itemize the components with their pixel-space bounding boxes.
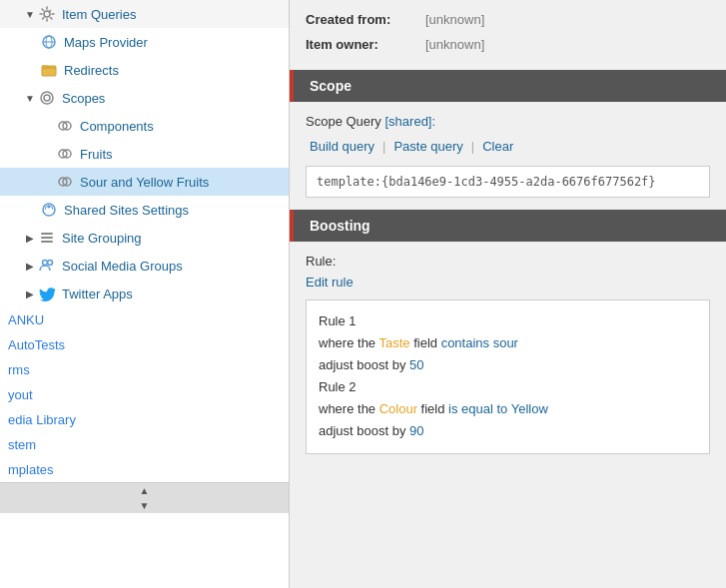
sidebar-item-maps-provider[interactable]: Maps Provider — [0, 28, 289, 56]
boosting-title: Boosting — [310, 218, 370, 234]
scroll-down-icon[interactable]: ▼ — [138, 498, 152, 513]
globe-icon — [40, 33, 58, 51]
scope-actions: Build query | Paste query | Clear — [306, 137, 710, 156]
arrow-down-icon: ▼ — [24, 9, 36, 20]
rings-icon3 — [56, 173, 74, 191]
sidebar-item-label: Components — [80, 119, 154, 134]
arrow-right-icon3: ▶ — [24, 289, 36, 299]
rule2-number: 90 — [409, 423, 423, 438]
rule2-condition: is equal to Yellow — [448, 401, 548, 416]
scope-header: Scope — [290, 70, 726, 102]
rule1-field: Taste — [378, 335, 409, 350]
rule2-title: Rule 2 — [319, 379, 357, 394]
sidebar-item-social-media[interactable]: ▶ Social Media Groups — [0, 252, 289, 280]
arrow-right-icon2: ▶ — [24, 261, 36, 272]
info-section: Created from: [unknown] Item owner: [unk… — [290, 0, 726, 70]
arrow-down-icon2: ▼ — [24, 93, 36, 104]
sidebar-item-twitter-apps[interactable]: ▶ Twitter Apps — [0, 280, 289, 307]
sidebar-item-label: Social Media Groups — [62, 259, 183, 274]
sidebar-plain-yout[interactable]: yout — [0, 382, 289, 407]
sidebar-item-label: Sour and Yellow Fruits — [80, 175, 209, 190]
sidebar-item-components[interactable]: Components — [0, 112, 289, 140]
created-from-label: Created from: — [306, 12, 425, 27]
sidebar-item-site-grouping[interactable]: ▶ Site Grouping — [0, 224, 289, 252]
sidebar-plain-rms[interactable]: rms — [0, 357, 289, 382]
rule1-text1: where the — [319, 335, 378, 350]
item-owner-value: [unknown] — [425, 37, 484, 52]
rule2-adjust-text: adjust boost by — [319, 423, 409, 438]
svg-rect-15 — [41, 233, 53, 235]
sidebar-plain-stem[interactable]: stem — [0, 432, 289, 457]
sep1: | — [382, 139, 385, 154]
rule1-number: 50 — [409, 357, 423, 372]
scope-query-text: Scope Query — [306, 114, 381, 129]
sidebar-item-label: Redirects — [64, 63, 119, 78]
scopes-icon — [38, 89, 56, 107]
item-owner-label: Item owner: — [306, 37, 425, 52]
svg-point-14 — [48, 206, 51, 209]
build-query-link[interactable]: Build query — [306, 137, 378, 156]
folder-icon — [40, 61, 58, 79]
rules-box: Rule 1 where the Taste field contains so… — [306, 299, 710, 454]
scope-template-value: template:{bda146e9-1cd3-4955-a2da-6676f6… — [306, 166, 710, 198]
sidebar-item-fruits[interactable]: Fruits — [0, 140, 289, 168]
sidebar-item-label: Fruits — [80, 147, 113, 162]
sidebar-item-label: Item Queries — [62, 7, 136, 22]
svg-point-5 — [41, 92, 53, 104]
sidebar-plain-anku[interactable]: ANKU — [0, 307, 289, 332]
created-from-value: [unknown] — [425, 12, 484, 27]
rule1-adjust-line: adjust boost by 50 — [319, 354, 697, 376]
sidebar-item-sour-yellow-fruits[interactable]: Sour and Yellow Fruits — [0, 168, 289, 196]
edit-rule-link[interactable]: Edit rule — [306, 275, 354, 290]
scope-section: Scope Query [shared]: Build query | Past… — [290, 102, 726, 210]
sidebar-item-label: Shared Sites Settings — [64, 203, 189, 218]
shared-sites-icon — [40, 201, 58, 219]
list-icon — [38, 229, 56, 247]
svg-point-6 — [44, 95, 50, 101]
item-owner-row: Item owner: [unknown] — [306, 37, 710, 52]
rule2-adjust-line: adjust boost by 90 — [319, 420, 697, 442]
svg-rect-17 — [41, 241, 53, 243]
rule1-title: Rule 1 — [319, 313, 357, 328]
sidebar-plain-media-library[interactable]: edia Library — [0, 407, 289, 432]
rule1-title-line: Rule 1 — [319, 310, 697, 332]
arrow-right-icon: ▶ — [24, 233, 36, 244]
sep2: | — [471, 139, 474, 154]
rule1-condition: contains sour — [441, 335, 518, 350]
sidebar-item-shared-sites[interactable]: Shared Sites Settings — [0, 196, 289, 224]
rule2-title-line: Rule 2 — [319, 376, 697, 398]
svg-point-19 — [48, 261, 53, 266]
svg-rect-16 — [41, 237, 53, 239]
rule2-text1: where the — [319, 401, 379, 416]
sidebar: ▼ Item Queries Maps Provider — [0, 0, 290, 588]
sidebar-item-scopes[interactable]: ▼ Scopes — [0, 84, 289, 112]
rule2-detail-line: where the Colour field is equal to Yello… — [319, 398, 697, 420]
sidebar-item-redirects[interactable]: Redirects — [0, 56, 289, 84]
gear-icon — [38, 5, 56, 23]
rule1-adjust-text: adjust boost by — [319, 357, 409, 372]
sidebar-item-label: Twitter Apps — [62, 287, 133, 301]
created-from-row: Created from: [unknown] — [306, 12, 710, 27]
sidebar-plain-mplates[interactable]: mplates — [0, 457, 289, 482]
rule1-detail-line: where the Taste field contains sour — [319, 332, 697, 354]
rings-icon — [56, 117, 74, 135]
boosting-header: Boosting — [290, 210, 726, 242]
rule2-field: Colour — [379, 401, 417, 416]
rule1-text2: field — [410, 335, 441, 350]
sidebar-item-label: Scopes — [62, 91, 105, 106]
people-icon — [38, 257, 56, 275]
boosting-section: Rule: Edit rule Rule 1 where the Taste f… — [290, 242, 726, 466]
paste-query-link[interactable]: Paste query — [389, 137, 466, 156]
rings-icon2 — [56, 145, 74, 163]
scope-query-label-row: Scope Query [shared]: — [306, 114, 710, 129]
clear-link[interactable]: Clear — [478, 137, 517, 156]
rule2-text2: field — [417, 401, 448, 416]
scope-query-shared: [shared]: — [385, 114, 436, 129]
sidebar-item-item-queries[interactable]: ▼ Item Queries — [0, 0, 289, 28]
scroll-up-icon[interactable]: ▲ — [138, 483, 152, 498]
main-content: Created from: [unknown] Item owner: [unk… — [290, 0, 726, 588]
sidebar-item-label: Site Grouping — [62, 231, 142, 246]
sidebar-plain-autotests[interactable]: AutoTests — [0, 332, 289, 357]
rule-label: Rule: — [306, 254, 710, 269]
scope-title: Scope — [310, 78, 352, 94]
